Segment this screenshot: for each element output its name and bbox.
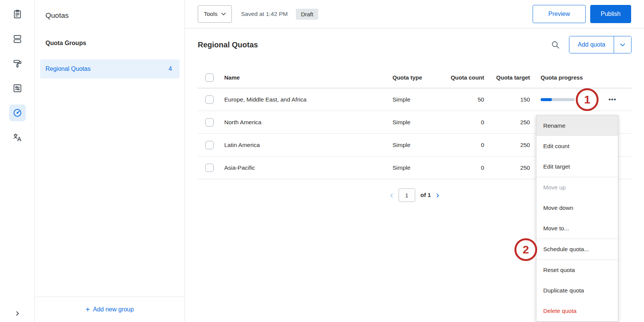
quota-count: 0 [444,119,493,126]
add-quota-dropdown-chevron[interactable] [614,36,631,53]
header-quota-progress: Quota progress [541,74,631,81]
quota-name: North America [224,119,387,126]
chevron-down-icon [221,13,226,16]
menu-item-reset-quota[interactable]: Reset quota [536,260,618,280]
menu-item-edit-target[interactable]: Edit target [536,156,618,177]
previous-page-chevron[interactable]: ‹ [390,190,393,200]
menu-item-delete-quota[interactable]: Delete quota [536,301,618,321]
blocks-icon[interactable] [9,31,26,47]
annotation-circle-2: 2 [514,238,537,261]
menu-item-edit-count[interactable]: Edit count [536,136,618,156]
page-count-label: of 1 [420,192,431,199]
menu-item-rename[interactable]: Rename [536,116,618,136]
quota-target: 250 [493,142,541,148]
row-checkbox[interactable] [205,118,214,127]
translations-icon[interactable] [9,129,26,146]
quota-type: Simple [387,142,444,148]
header-quota-type: Quota type [387,74,444,81]
page-number-input[interactable] [399,188,415,202]
group-count-badge: 4 [169,66,172,72]
menu-item-move-to[interactable]: Move to... [536,218,618,239]
plus-icon: + [86,306,90,313]
tools-label: Tools [204,11,217,17]
tools-menu-button[interactable]: Tools [198,5,232,23]
save-status-text: Saved at 1:42 PM [241,11,288,17]
quota-type: Simple [387,164,444,171]
table-header-row: Name Quota type Quota count Quota target… [198,67,631,88]
quota-progress-bar [541,98,575,101]
header-quota-count: Quota count [444,74,493,81]
header-name: Name [224,74,387,81]
quota-type: Simple [387,96,444,103]
add-quota-split-button: Add quota [569,36,631,53]
quota-count: 50 [444,96,493,103]
app-icon-rail: › [0,0,35,322]
next-page-chevron[interactable]: › [436,190,439,200]
header-quota-target: Quota target [493,74,541,81]
draft-status-badge: Draft [296,9,318,20]
quota-target: 250 [493,164,541,171]
expand-sidebar-chevron[interactable]: › [0,305,35,320]
quota-count: 0 [444,142,493,148]
survey-builder-icon[interactable] [9,6,26,23]
menu-item-move-up: Move up [536,177,618,198]
sidebar-title: Quotas [45,11,69,20]
quota-type: Simple [387,119,444,126]
page-title: Regional Quotas [198,41,551,49]
row-checkbox[interactable] [205,164,214,172]
add-new-group-button[interactable]: + Add new group [35,297,184,322]
row-actions-icon[interactable]: ••• [608,96,616,103]
quota-name: Europe, Middle East, and Africa [224,96,387,103]
annotation-circle-1: 1 [576,88,599,111]
quota-groups-header: Quota Groups [45,40,86,47]
row-checkbox[interactable] [205,141,214,149]
survey-options-icon[interactable] [9,80,26,97]
quotas-sidebar: Quotas Quota Groups Regional Quotas 4 + … [35,0,185,322]
look-and-feel-icon[interactable] [9,55,26,72]
survey-topbar: Tools Saved at 1:42 PM Draft Preview Pub… [185,0,644,28]
publish-button[interactable]: Publish [590,5,631,23]
add-group-label: Add new group [93,306,134,313]
group-label: Regional Quotas [45,66,169,72]
chevron-down-icon [620,43,625,47]
row-checkbox[interactable] [205,95,214,104]
add-quota-button[interactable]: Add quota [569,36,614,53]
table-row: Europe, Middle East, and Africa Simple 5… [198,88,631,111]
select-all-checkbox[interactable] [205,73,214,82]
sidebar-item-regional-quotas[interactable]: Regional Quotas 4 [40,59,180,78]
quota-name: Latin America [224,142,387,148]
preview-button[interactable]: Preview [533,5,586,23]
quota-target: 250 [493,119,541,126]
quota-target: 150 [493,96,541,103]
menu-item-move-down[interactable]: Move down [536,198,618,218]
menu-item-duplicate-quota[interactable]: Duplicate quota [536,280,618,301]
quota-name: Asia-Pacific [224,164,387,171]
quota-count: 0 [444,164,493,171]
quotas-gauge-icon[interactable] [9,105,26,121]
menu-item-schedule-quota[interactable]: Schedule quota... [536,239,618,259]
row-actions-menu: Rename Edit count Edit target Move up Mo… [536,115,618,322]
search-icon[interactable] [551,40,560,49]
